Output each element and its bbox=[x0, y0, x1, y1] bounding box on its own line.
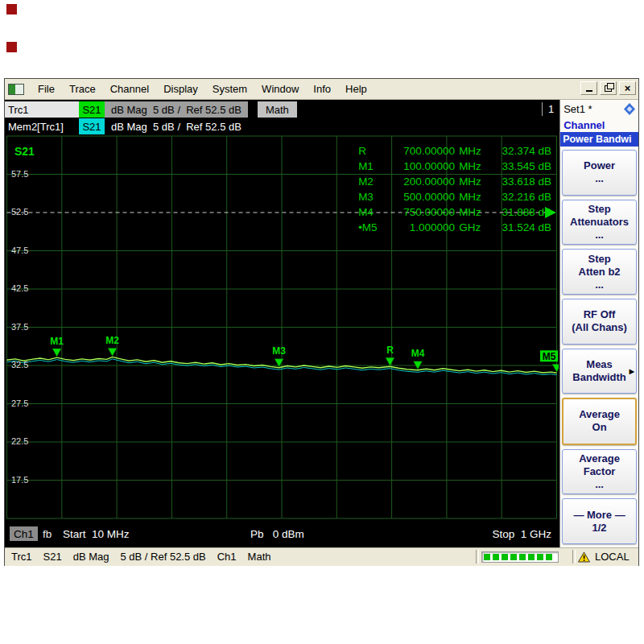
menu-group-label: Channel bbox=[560, 118, 638, 132]
menu-channel[interactable]: Channel bbox=[103, 80, 156, 97]
softkey-label: ... bbox=[595, 172, 604, 185]
marker-readout-level: 31.888 dB bbox=[487, 204, 551, 220]
y-axis-label: 17.5 bbox=[11, 475, 28, 485]
record-indicator-square-1 bbox=[6, 4, 17, 14]
marker-M3-label: M3 bbox=[272, 345, 286, 357]
setup-name-label: Set1 * bbox=[564, 103, 592, 115]
status-trace-info: Trc1S21dB Mag5 dB / Ref 52.5 dBCh1Math bbox=[11, 551, 282, 563]
menu-help[interactable]: Help bbox=[338, 80, 374, 97]
softkey-label: Meas bbox=[586, 358, 613, 371]
diagram-number-tab[interactable]: 1 bbox=[542, 102, 557, 116]
trace-row-mem2[interactable]: Mem2[Trc1] S21 dB Mag 5 dB / Ref 52.5 dB bbox=[5, 118, 559, 134]
softkey-label: Average bbox=[579, 452, 620, 465]
channel-chip[interactable]: Ch1 bbox=[10, 526, 38, 541]
menu-file[interactable]: File bbox=[31, 80, 62, 97]
analyzer-window: FileTraceChannelDisplaySystemWindowInfoH… bbox=[4, 78, 639, 566]
softkey-label: ... bbox=[595, 478, 604, 491]
trace-math-indicator: Math bbox=[258, 101, 297, 118]
menu-bar: FileTraceChannelDisplaySystemWindowInfoH… bbox=[5, 79, 638, 100]
marker-readout-label: •M5 bbox=[358, 220, 386, 235]
softkey-step-attenuators[interactable]: StepAttenuators... bbox=[562, 200, 637, 246]
start-frequency-label[interactable]: Start 10 MHz bbox=[63, 528, 130, 540]
led-segment bbox=[484, 554, 490, 560]
status-bar: Trc1S21dB Mag5 dB / Ref 52.5 dBCh1Math L… bbox=[5, 547, 638, 566]
warning-icon[interactable] bbox=[578, 551, 590, 563]
minimize-button[interactable] bbox=[580, 81, 597, 95]
diagram-pane: Trc1 S21 dB Mag 5 dB / Ref 52.5 dB Math … bbox=[5, 100, 559, 547]
marker-readout-frequency: 700.00000 bbox=[386, 143, 455, 159]
softkey-label: Attenuators bbox=[570, 216, 629, 229]
y-axis-label: 52.5 bbox=[11, 207, 28, 217]
restore-icon bbox=[605, 85, 612, 92]
status-segment: Ch1 bbox=[217, 551, 237, 563]
record-indicator-square-2 bbox=[6, 42, 17, 52]
led-segment bbox=[546, 554, 552, 560]
led-segment bbox=[528, 554, 535, 560]
softkey-label: Atten b2 bbox=[579, 266, 621, 279]
softkey-power[interactable]: Power... bbox=[562, 150, 637, 196]
marker-readout-unit: MHz bbox=[455, 143, 487, 159]
marker-readout-frequency: 100.00000 bbox=[386, 159, 455, 174]
menu-items: FileTraceChannelDisplaySystemWindowInfoH… bbox=[31, 80, 374, 97]
port-power-label[interactable]: Pb 0 dBm bbox=[250, 528, 304, 540]
screen: FileTraceChannelDisplaySystemWindowInfoH… bbox=[0, 0, 644, 644]
marker-readout-unit: MHz bbox=[455, 159, 487, 174]
local-mode-label: LOCAL bbox=[595, 551, 630, 563]
menu-info[interactable]: Info bbox=[306, 80, 338, 97]
softkey-average-on[interactable]: AverageOn bbox=[562, 398, 637, 445]
marker-readout-level: 33.545 dB bbox=[487, 159, 551, 174]
led-segment bbox=[510, 554, 517, 560]
trace-row-trc1[interactable]: Trc1 S21 dB Mag 5 dB / Ref 52.5 dB Math bbox=[5, 101, 559, 118]
y-axis-label: 42.5 bbox=[11, 283, 28, 293]
close-button[interactable]: × bbox=[619, 81, 636, 95]
softkey-label: Step bbox=[588, 203, 610, 216]
marker-readout-level: 31.524 dB bbox=[487, 220, 551, 235]
marker-readout-label: M3 bbox=[358, 189, 386, 204]
led-segment bbox=[519, 554, 526, 560]
menu-display[interactable]: Display bbox=[156, 80, 205, 97]
menu-system[interactable]: System bbox=[205, 80, 254, 97]
restore-button[interactable] bbox=[600, 81, 617, 95]
marker-readout-label: M2 bbox=[358, 174, 386, 189]
trace-list: Trc1 S21 dB Mag 5 dB / Ref 52.5 dB Math … bbox=[5, 100, 559, 135]
marker-readout-table: R700.00000MHz32.374 dBM1100.00000MHz33.5… bbox=[358, 143, 551, 235]
softkey-average-factor[interactable]: AverageFactor... bbox=[562, 449, 637, 495]
setup-row: Set1 * bbox=[560, 100, 638, 118]
marker-M2-icon[interactable] bbox=[108, 348, 117, 356]
softkey-label: ... bbox=[595, 279, 604, 291]
menu-window[interactable]: Window bbox=[254, 80, 306, 97]
softkey-sidebar: Set1 * Channel Power Bandwi Power...Step… bbox=[559, 100, 638, 547]
softkey-step-atten-b2[interactable]: StepAtten b2... bbox=[562, 249, 637, 295]
submenu-arrow-icon: ▶ bbox=[630, 367, 634, 374]
marker-readout-frequency: 1.000000 bbox=[386, 220, 455, 235]
status-local-section: LOCAL bbox=[578, 551, 630, 563]
softkey-rf-off-all-chans[interactable]: RF Off(All Chans) bbox=[562, 299, 637, 345]
marker-readout-label: R bbox=[358, 143, 386, 159]
stop-frequency-label[interactable]: Stop 1 GHz bbox=[493, 528, 552, 540]
diagram-area[interactable]: M1M2M3RM4M5 S21 57.552.547.542.537.532.5… bbox=[5, 135, 559, 547]
marker-readout-frequency: 500.00000 bbox=[386, 189, 455, 204]
trace-format: dB Mag 5 dB / Ref 52.5 dB bbox=[105, 118, 248, 134]
led-segment bbox=[502, 554, 508, 560]
status-segment: S21 bbox=[43, 551, 62, 563]
app-icon[interactable] bbox=[8, 84, 24, 95]
marker-M1-label: M1 bbox=[50, 336, 64, 347]
led-segment bbox=[493, 554, 499, 560]
window-controls: × bbox=[580, 81, 636, 95]
softkey-label: Bandwidth bbox=[572, 371, 625, 384]
softkey-label: — More — bbox=[573, 509, 625, 522]
softkey-more-1-2[interactable]: — More —1/2 bbox=[562, 498, 637, 544]
marker-readout-unit: MHz bbox=[455, 189, 487, 204]
marker-M5-icon[interactable] bbox=[552, 364, 559, 372]
y-axis-label: 22.5 bbox=[11, 436, 28, 446]
y-axis-label: 57.5 bbox=[11, 169, 28, 179]
marker-M5-label: M5 bbox=[543, 351, 556, 362]
marker-R-icon[interactable] bbox=[386, 357, 394, 365]
marker-readout-unit: MHz bbox=[455, 204, 487, 220]
softkey-label: Step bbox=[588, 253, 610, 266]
menu-trace[interactable]: Trace bbox=[62, 80, 103, 97]
minimize-icon bbox=[586, 90, 592, 92]
softkey-meas-bandwidth[interactable]: MeasBandwidth▶ bbox=[562, 349, 637, 394]
marker-M1-icon[interactable] bbox=[52, 349, 61, 357]
sweep-mode-label: fb bbox=[43, 528, 52, 540]
